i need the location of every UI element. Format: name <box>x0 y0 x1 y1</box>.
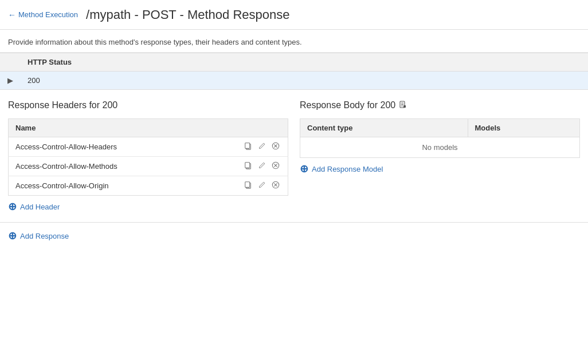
headers-actions-col <box>236 119 288 137</box>
copy-icon[interactable] <box>243 142 253 152</box>
response-headers-section: Response Headers for 200 Name Access-Con… <box>8 100 288 212</box>
back-link[interactable]: ← Method Execution <box>8 10 78 19</box>
add-response-section: ⊕ Add Response <box>0 223 588 249</box>
status-table-indicator-col <box>0 53 21 72</box>
headers-name-col: Name <box>9 119 237 137</box>
add-response-link[interactable]: Add Response <box>20 232 69 240</box>
header-actions-cell <box>236 176 288 196</box>
row-indicator-icon: ▶ <box>0 72 21 90</box>
content-type-col: Content type <box>300 119 468 137</box>
add-response-model-link[interactable]: Add Response Model <box>312 165 383 173</box>
table-row: Access-Control-Allow-Methods <box>9 157 288 176</box>
back-label: Method Execution <box>18 10 78 19</box>
description-text: Provide information about this method's … <box>0 30 588 53</box>
add-header-link[interactable]: Add Header <box>20 203 60 211</box>
response-body-section: Response Body for 200 Content type Model… <box>300 100 580 212</box>
svg-rect-19 <box>403 105 406 108</box>
headers-table: Name Access-Control-Allow-Headers <box>8 118 288 196</box>
add-header-row: ⊕ Add Header <box>8 201 288 212</box>
delete-icon[interactable] <box>271 161 281 171</box>
status-table-row[interactable]: ▶ 200 <box>0 72 588 90</box>
back-arrow-icon: ← <box>8 10 16 19</box>
header-name-cell: Access-Control-Allow-Methods <box>9 157 237 176</box>
table-row: Access-Control-Allow-Headers <box>9 137 288 157</box>
delete-icon[interactable] <box>271 181 281 191</box>
body-table: Content type Models No models <box>300 118 580 158</box>
svg-rect-6 <box>245 163 250 168</box>
add-header-icon[interactable]: ⊕ <box>8 201 17 212</box>
status-value: 200 <box>21 72 588 90</box>
response-body-title: Response Body for 200 <box>300 100 580 110</box>
svg-rect-11 <box>245 182 250 188</box>
edit-icon[interactable] <box>257 142 267 152</box>
svg-rect-1 <box>245 143 250 149</box>
edit-icon[interactable] <box>257 181 267 191</box>
copy-icon[interactable] <box>243 161 253 171</box>
header-actions-cell <box>236 137 288 157</box>
add-response-model-row: ⊕ Add Response Model <box>300 164 580 174</box>
header-actions-cell <box>236 157 288 176</box>
no-models-cell: No models <box>300 137 580 158</box>
copy-icon[interactable] <box>243 181 253 191</box>
page-title: /mypath - POST - Method Response <box>86 7 289 22</box>
table-row: Access-Control-Allow-Origin <box>9 176 288 196</box>
response-headers-title: Response Headers for 200 <box>8 100 288 110</box>
add-response-icon[interactable]: ⊕ <box>8 231 17 241</box>
header-name-cell: Access-Control-Allow-Headers <box>9 137 237 157</box>
add-response-model-icon[interactable]: ⊕ <box>300 164 308 174</box>
doc-icon[interactable] <box>399 101 407 110</box>
status-table: HTTP Status ▶ 200 <box>0 53 588 90</box>
edit-icon[interactable] <box>257 161 267 171</box>
table-row: No models <box>300 137 580 158</box>
delete-icon[interactable] <box>271 142 281 152</box>
two-col-section: Response Headers for 200 Name Access-Con… <box>0 90 588 223</box>
top-bar: ← Method Execution /mypath - POST - Meth… <box>0 0 588 30</box>
status-table-header: HTTP Status <box>21 53 588 72</box>
models-col: Models <box>468 119 579 137</box>
header-name-cell: Access-Control-Allow-Origin <box>9 176 237 196</box>
